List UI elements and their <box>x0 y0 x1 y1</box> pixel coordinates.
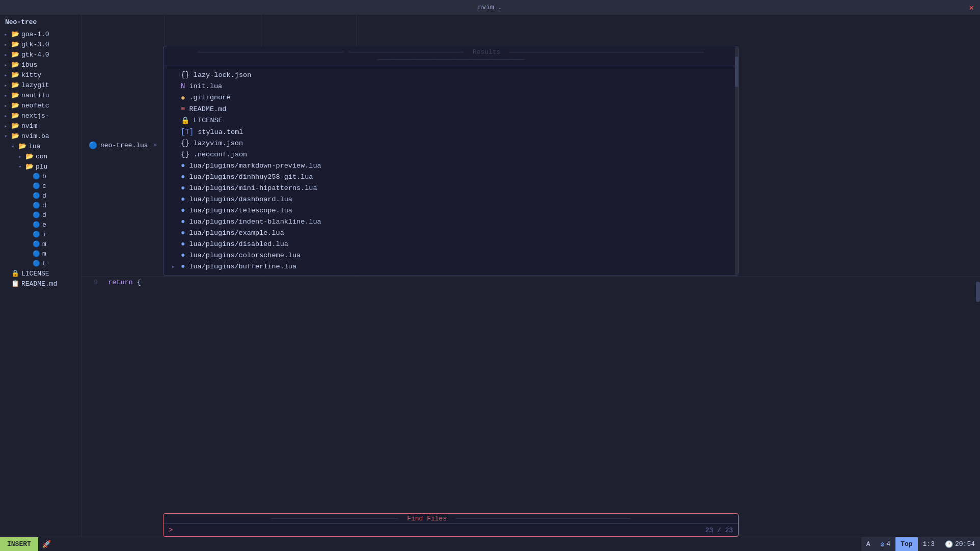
result-item-15[interactable]: ● lua/plugins/example.lua <box>164 227 738 238</box>
sidebar-item-m2[interactable]: 🔵 m <box>0 249 81 259</box>
result-item-2[interactable]: N init.lua <box>164 80 738 92</box>
chevron-icon: ▸ <box>4 123 9 129</box>
result-item-9[interactable]: ● lua/plugins/markdown-preview.lua <box>164 160 738 171</box>
chevron-icon: ▸ <box>18 153 23 160</box>
results-popup: ───────────────────────────── Results ──… <box>163 46 739 276</box>
sidebar-item-i[interactable]: 🔵 i <box>0 230 81 239</box>
result-icon: {} <box>181 150 189 158</box>
tree-item-label: i <box>42 231 46 238</box>
find-files-prompt: > <box>169 526 173 534</box>
chevron-icon: ▾ <box>18 163 23 170</box>
chevron-icon: ▾ <box>11 143 16 150</box>
sidebar-item-nvim.ba[interactable]: ▾ 📂 nvim.ba <box>0 131 81 141</box>
tree-item-label: d <box>42 202 46 209</box>
status-cursor: 1:3 <box>918 537 940 551</box>
tree-container: ▸ 📂 goa-1.0 ▸ 📂 gtk-3.0 ▸ 📂 gtk-4.0 ▸ 📂 … <box>0 29 81 289</box>
sidebar-item-goa-1.0[interactable]: ▸ 📂 goa-1.0 <box>0 29 81 39</box>
result-item-12[interactable]: ● lua/plugins/dashboard.lua <box>164 194 738 205</box>
results-scrollbar[interactable] <box>735 46 738 275</box>
sidebar-item-d3[interactable]: 🔵 d <box>0 210 81 220</box>
sidebar-item-lua[interactable]: ▾ 📂 lua <box>0 141 81 151</box>
sidebar-item-kitty[interactable]: ▸ 📂 kitty <box>0 70 81 80</box>
close-button[interactable]: ✕ <box>969 3 974 13</box>
editor-scrollbar[interactable] <box>976 277 980 537</box>
result-item-8[interactable]: {} .neoconf.json <box>164 149 738 160</box>
find-files-input-row: > 23 / 23 <box>164 524 738 536</box>
tree-item-label: ibus <box>21 61 37 69</box>
sidebar-item-m1[interactable]: 🔵 m <box>0 239 81 249</box>
tab-neo-tree.lua[interactable]: 🔵 neo-tree.lua × <box>81 15 165 276</box>
results-header: ───────────────────────────── Results ──… <box>164 46 738 66</box>
titlebar: nvim . ✕ <box>0 0 980 15</box>
result-item-5[interactable]: 🔒 LICENSE <box>164 115 738 126</box>
tree-item-label: gtk-3.0 <box>21 41 49 48</box>
sidebar-header: Neo-tree <box>0 15 81 29</box>
result-item-16[interactable]: ● lua/plugins/disabled.lua <box>164 238 738 250</box>
result-label: lua/plugins/indent-blankline.lua <box>189 218 321 226</box>
result-label: lua/plugins/disabled.lua <box>189 240 288 248</box>
line-number: 9 <box>86 277 98 288</box>
sidebar-item-lazygit[interactable]: ▸ 📂 lazygit <box>0 80 81 90</box>
tree-item-label: lua <box>29 143 40 150</box>
status-encoding: A <box>861 537 876 551</box>
result-label: lazyvim.json <box>194 140 243 147</box>
result-item-17[interactable]: ● lua/plugins/colorscheme.lua <box>164 250 738 261</box>
folder-icon: 📂 <box>25 152 34 160</box>
readme-icon: 📋 <box>11 280 19 288</box>
tab-close-button[interactable]: × <box>153 142 157 149</box>
result-item-6[interactable]: [T] stylua.toml <box>164 126 738 137</box>
find-files-title: Find Files <box>402 515 452 522</box>
result-icon: ≡ <box>181 105 185 113</box>
tree-item-label: lazygit <box>21 81 49 89</box>
folder-icon: 📂 <box>11 71 19 79</box>
tree-item-label: LICENSE <box>21 270 49 278</box>
sidebar-item-neofetc[interactable]: ▸ 📂 neofetc <box>0 100 81 111</box>
find-files-header: ──────────────────────────────── Find Fi… <box>164 514 738 524</box>
chevron-icon: ▸ <box>4 51 9 58</box>
sidebar-item-b[interactable]: 🔵 b <box>0 172 81 181</box>
lua-file-icon: 🔵 <box>33 231 40 238</box>
result-item-18[interactable]: ▸ ● lua/plugins/bufferline.lua <box>164 261 738 272</box>
sidebar-item-nextjs-[interactable]: ▸ 📂 nextjs- <box>0 111 81 121</box>
sidebar-item-LICENSE[interactable]: 🔒 LICENSE <box>0 268 81 279</box>
result-item-11[interactable]: ● lua/plugins/mini-hipatterns.lua <box>164 182 738 194</box>
sidebar-item-d1[interactable]: 🔵 d <box>0 191 81 201</box>
result-item-3[interactable]: ◆ .gitignore <box>164 92 738 103</box>
result-item-14[interactable]: ● lua/plugins/indent-blankline.lua <box>164 216 738 227</box>
result-item-4[interactable]: ≡ README.md <box>164 103 738 115</box>
status-time: 🕐 20:54 <box>940 537 980 551</box>
sidebar-item-README.md[interactable]: 📋 README.md <box>0 279 81 289</box>
lua-file-icon: 🔵 <box>33 202 40 209</box>
sidebar-item-e[interactable]: 🔵 e <box>0 220 81 230</box>
result-item-10[interactable]: ● lua/plugins/dinhhuy258-git.lua <box>164 171 738 182</box>
sidebar-item-gtk-3.0[interactable]: ▸ 📂 gtk-3.0 <box>0 39 81 49</box>
window-title: nvim . <box>478 4 502 11</box>
sidebar-item-c[interactable]: 🔵 c <box>0 181 81 191</box>
lua-file-icon: 🔵 <box>33 192 40 200</box>
tree-item-label: e <box>42 221 46 229</box>
result-item-1[interactable]: {} lazy-lock.json <box>164 69 738 80</box>
lua-file-icon: 🔵 <box>33 250 40 258</box>
sidebar-item-ibus[interactable]: ▸ 📂 ibus <box>0 60 81 70</box>
find-files-input[interactable] <box>177 526 705 534</box>
sidebar-item-t[interactable]: 🔵 t <box>0 259 81 268</box>
folder-icon: 📂 <box>11 112 19 120</box>
result-label: lua/plugins/dashboard.lua <box>189 196 292 203</box>
tree-item-label: c <box>42 182 46 190</box>
lsp-icon: ⚙ <box>881 540 885 548</box>
result-label: LICENSE <box>194 117 223 124</box>
sidebar-item-plu[interactable]: ▾ 📂 plu <box>0 161 81 172</box>
status-position-label: Top <box>895 537 917 551</box>
tree-item-label: README.md <box>21 280 57 288</box>
result-label: .neoconf.json <box>194 151 247 158</box>
sidebar-item-d2[interactable]: 🔵 d <box>0 201 81 210</box>
result-label: lua/plugins/telescope.lua <box>189 207 292 214</box>
chevron-icon: ▸ <box>4 31 9 38</box>
sidebar-item-nvim[interactable]: ▸ 📂 nvim <box>0 121 81 131</box>
result-item-13[interactable]: ● lua/plugins/telescope.lua <box>164 205 738 216</box>
sidebar-item-con[interactable]: ▸ 📂 con <box>0 151 81 161</box>
folder-icon: 📂 <box>18 142 26 150</box>
result-item-7[interactable]: {} lazyvim.json <box>164 137 738 149</box>
sidebar-item-nautilu[interactable]: ▸ 📂 nautilu <box>0 90 81 100</box>
sidebar-item-gtk-4.0[interactable]: ▸ 📂 gtk-4.0 <box>0 49 81 60</box>
